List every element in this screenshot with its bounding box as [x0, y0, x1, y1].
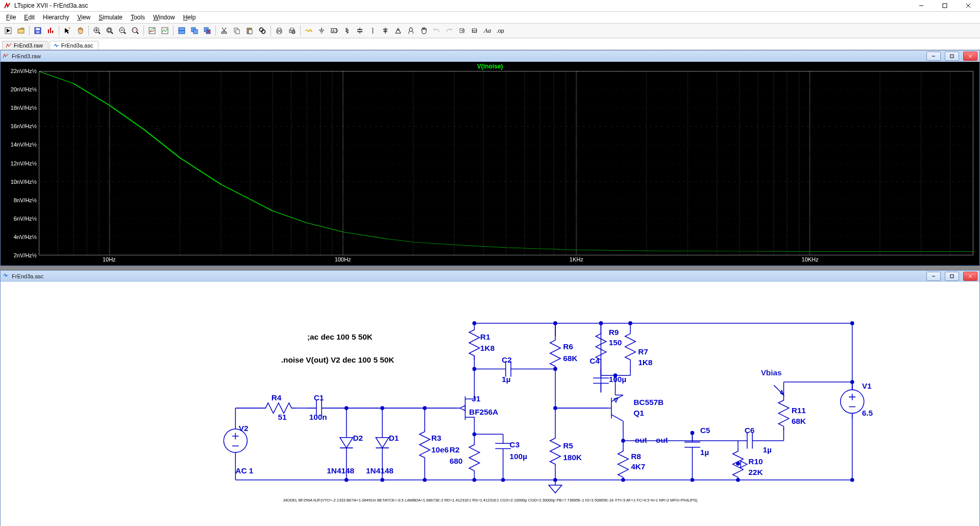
menu-simulate[interactable]: Simulate	[94, 13, 127, 22]
window-maximize-button[interactable]	[933, 0, 957, 11]
run-cursor-button[interactable]	[61, 25, 74, 37]
resistor-button[interactable]	[341, 25, 353, 37]
noise-plot[interactable]: V(inoise) 22nV/Hz½20nV/Hz½18nV/Hz½16nV/H…	[1, 62, 979, 266]
cut-button[interactable]	[218, 25, 230, 37]
zoom-in-button[interactable]	[91, 25, 103, 37]
inductor-button[interactable]	[366, 25, 379, 37]
plot-trace-label[interactable]: V(inoise)	[1, 63, 979, 70]
svg-line-12	[111, 32, 113, 34]
menu-tools[interactable]: Tools	[127, 13, 149, 22]
plot-xtick: 10KHz	[802, 256, 819, 262]
child-close-button[interactable]	[963, 272, 977, 281]
child-minimize-button[interactable]	[926, 272, 941, 281]
control-panel-button[interactable]	[44, 25, 57, 37]
pick-trace-button[interactable]	[159, 25, 171, 37]
rotate-button[interactable]: ⟲	[456, 25, 468, 37]
menu-hierarchy[interactable]: Hierarchy	[39, 13, 73, 22]
move-button[interactable]	[405, 25, 417, 37]
cascade-button[interactable]	[188, 25, 201, 37]
svg-point-124	[380, 477, 384, 482]
component-button[interactable]	[392, 25, 404, 37]
svg-text:C6: C6	[745, 425, 755, 434]
undo-button[interactable]	[430, 25, 443, 37]
svg-text:1µ: 1µ	[700, 448, 709, 457]
plot-window-title: FrEnd3.raw	[12, 53, 41, 59]
zoom-fit-button[interactable]	[129, 25, 141, 37]
copy-button[interactable]	[231, 25, 243, 37]
plot-x-axis[interactable]: 10Hz100Hz1KHz10KHz	[39, 256, 973, 265]
window-close-button[interactable]	[957, 0, 980, 11]
window-minimize-button[interactable]	[910, 0, 933, 11]
plot-ytick: 6nV/Hz½	[14, 216, 37, 222]
save-button[interactable]	[32, 25, 44, 37]
toolbar: A ⟲ EE Aa .op	[0, 23, 980, 38]
diode-button[interactable]	[379, 25, 391, 37]
tile-button[interactable]	[176, 25, 188, 37]
child-minimize-button[interactable]	[926, 52, 941, 61]
capacitor-button[interactable]	[354, 25, 366, 37]
plot-window[interactable]: FrEnd3.raw V(inoise) 22nV/Hz½20nV/Hz½18n…	[0, 50, 980, 266]
svg-text:V1: V1	[862, 381, 872, 390]
child-close-button[interactable]	[963, 52, 977, 61]
child-maximize-button[interactable]	[945, 52, 959, 61]
plot-ytick: 12nV/Hz½	[11, 160, 37, 166]
zoom-out-button[interactable]	[116, 25, 129, 37]
spice-directive-button[interactable]: .op	[494, 25, 506, 37]
menu-edit[interactable]: Edit	[20, 13, 39, 22]
svg-text:J1: J1	[472, 394, 481, 403]
redo-button[interactable]	[443, 25, 455, 37]
plot-ytick: 10nV/Hz½	[11, 179, 37, 185]
menu-view[interactable]: View	[73, 13, 94, 22]
draw-wire-button[interactable]	[303, 25, 315, 37]
plot-ytick: 2nV/Hz½	[14, 252, 37, 258]
run-button[interactable]	[2, 25, 14, 37]
zoom-window-button[interactable]	[104, 25, 116, 37]
titlebar: LTspice XVII - FrEnd3a.asc	[0, 0, 980, 12]
paste-button[interactable]	[243, 25, 256, 37]
menu-help[interactable]: Help	[179, 13, 200, 22]
child-maximize-button[interactable]	[945, 272, 959, 281]
svg-rect-59	[950, 55, 953, 58]
tab-schematic[interactable]: FrEnd3a.asc	[50, 41, 99, 50]
plot-ytick: 4nV/Hz½	[14, 234, 37, 240]
autorange-button[interactable]	[146, 25, 158, 37]
drag-button[interactable]	[418, 25, 430, 37]
plot-y-axis[interactable]: 22nV/Hz½20nV/Hz½18nV/Hz½16nV/Hz½14nV/Hz½…	[1, 71, 38, 255]
svg-point-147	[553, 321, 557, 325]
svg-line-18	[137, 32, 138, 34]
svg-text:R10: R10	[748, 457, 763, 466]
svg-text:AC 1: AC 1	[235, 466, 253, 475]
svg-text:100µ: 100µ	[609, 375, 626, 384]
plot-window-header[interactable]: FrEnd3.raw	[1, 51, 979, 62]
svg-text:180K: 180K	[563, 453, 582, 462]
svg-text:A: A	[332, 29, 335, 33]
svg-text:R7: R7	[638, 347, 648, 356]
schematic-window-header[interactable]: FrEnd3a.asc	[1, 271, 979, 282]
place-text-button[interactable]: Aa	[481, 25, 494, 37]
ground-button[interactable]	[315, 25, 328, 37]
find-button[interactable]	[256, 25, 268, 37]
document-tabs: FrEnd3.raw FrEnd3a.asc	[0, 38, 980, 50]
menu-window[interactable]: Window	[149, 13, 179, 22]
close-all-button[interactable]	[201, 25, 213, 37]
open-button[interactable]	[15, 25, 27, 37]
svg-text:Q1: Q1	[633, 409, 644, 417]
mirror-button[interactable]: EE	[469, 25, 481, 37]
svg-rect-36	[278, 28, 281, 30]
svg-text:1K8: 1K8	[480, 343, 495, 352]
schematic-canvas[interactable]: ;ac dec 100 5 50K.noise V(out) V2 dec 10…	[1, 282, 979, 526]
tab-raw[interactable]: FrEnd3.raw	[2, 41, 48, 50]
plot-ytick: 22nV/Hz½	[11, 68, 37, 74]
svg-text:C3: C3	[509, 440, 520, 448]
svg-point-6	[48, 30, 50, 31]
waveform-icon	[6, 42, 12, 49]
label-net-button[interactable]: A	[328, 25, 340, 37]
print-setup-button[interactable]	[286, 25, 298, 37]
menu-file[interactable]: File	[2, 13, 20, 22]
schematic-window[interactable]: FrEnd3a.asc ;ac dec 100 5 50K.noise V(ou…	[0, 270, 980, 526]
plot-area[interactable]	[39, 71, 973, 255]
svg-text:100µ: 100µ	[509, 451, 527, 460]
pan-button[interactable]	[74, 25, 86, 37]
print-button[interactable]	[273, 25, 285, 37]
window-title: LTspice XVII - FrEnd3a.asc	[14, 2, 93, 9]
